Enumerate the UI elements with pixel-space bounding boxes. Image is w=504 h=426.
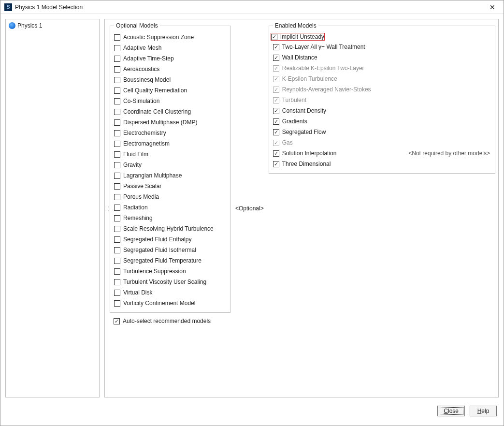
checkbox[interactable] [114, 300, 120, 307]
optional-model-row[interactable]: Adaptive Time-Step [114, 53, 226, 64]
checkbox[interactable] [114, 279, 120, 285]
optional-model-row[interactable]: Gravity [114, 160, 226, 170]
checkbox [273, 65, 279, 72]
auto-select-label: Auto-select recommended models [123, 318, 211, 324]
enabled-model-row[interactable]: Wall Distance [273, 52, 491, 63]
enabled-model-inner: Wall Distance [273, 54, 317, 61]
optional-model-row[interactable]: Scale Resolving Hybrid Turbulence [114, 223, 226, 234]
checkbox[interactable] [114, 247, 120, 253]
checkbox[interactable] [114, 173, 120, 179]
checkbox[interactable] [114, 183, 120, 190]
optional-model-row[interactable]: Dispersed Multiphase (DMP) [114, 117, 226, 128]
optional-model-label: Boussinesq Model [123, 76, 171, 83]
enabled-model-label: Two-Layer All y+ Wall Treatment [282, 44, 365, 50]
checkbox[interactable] [273, 44, 279, 50]
enabled-model-inner: Solution Interpolation [273, 150, 337, 157]
checkbox[interactable] [273, 150, 279, 157]
optional-model-row[interactable]: Boussinesq Model [114, 74, 226, 85]
checkbox[interactable] [114, 226, 120, 232]
checkbox[interactable] [114, 151, 120, 158]
enabled-model-row: Turbulent [273, 95, 491, 105]
splitter-grip[interactable]: ⋮⋮ [105, 19, 109, 397]
checkbox[interactable] [114, 205, 120, 211]
optional-model-row[interactable]: Acoustic Suppression Zone [114, 32, 226, 43]
enabled-model-row[interactable]: Constant Density [273, 105, 491, 116]
optional-model-row[interactable]: Remeshing [114, 213, 226, 223]
checkbox[interactable] [273, 108, 279, 114]
optional-model-label: Turbulent Viscosity User Scaling [123, 279, 206, 285]
optional-model-label: Aeroacoustics [123, 66, 159, 73]
optional-model-row[interactable]: Segregated Fluid Isothermal [114, 245, 226, 255]
checkbox[interactable] [114, 141, 120, 147]
checkbox[interactable] [273, 55, 279, 61]
checkbox[interactable] [273, 161, 279, 167]
checkbox[interactable] [114, 34, 120, 41]
optional-model-row[interactable]: Electrochemistry [114, 128, 226, 138]
optional-model-row[interactable]: Segregated Fluid Temperature [114, 255, 226, 266]
optional-model-label: Scale Resolving Hybrid Turbulence [123, 225, 214, 232]
enabled-model-row[interactable]: Two-Layer All y+ Wall Treatment [273, 42, 491, 52]
checkbox[interactable] [114, 45, 120, 51]
checkbox[interactable] [114, 77, 120, 83]
checkbox[interactable] [114, 268, 120, 275]
enabled-model-inner: Constant Density [273, 107, 326, 114]
optional-model-row[interactable]: Fluid Film [114, 149, 226, 160]
tree-item-physics1[interactable]: Physics 1 [9, 21, 96, 30]
optional-model-row[interactable]: Aeroacoustics [114, 64, 226, 74]
enabled-model-row[interactable]: Three Dimensional [273, 159, 491, 169]
enabled-model-label: Wall Distance [282, 54, 317, 61]
checkbox[interactable] [114, 258, 120, 264]
optional-model-label: Turbulence Suppression [123, 268, 186, 275]
enabled-model-row: Realizable K-Epsilon Two-Layer [273, 63, 491, 73]
optional-model-row[interactable]: Passive Scalar [114, 181, 226, 191]
close-icon[interactable]: ✕ [485, 2, 500, 12]
optional-model-row[interactable]: Porous Media [114, 191, 226, 202]
optional-model-row[interactable]: Segregated Fluid Enthalpy [114, 234, 226, 245]
checkbox[interactable] [271, 34, 277, 40]
enabled-model-row[interactable]: Implicit Unsteady [273, 32, 491, 42]
columns: Optional Models Acoustic Suppression Zon… [109, 19, 498, 397]
optional-model-row[interactable]: Electromagnetism [114, 138, 226, 149]
checkbox[interactable] [114, 109, 120, 115]
optional-model-row[interactable]: Turbulent Viscosity User Scaling [114, 277, 226, 287]
checkbox[interactable] [114, 88, 120, 94]
help-button[interactable]: Help [470, 406, 497, 416]
checkbox[interactable] [114, 56, 120, 62]
checkbox[interactable] [114, 119, 120, 126]
optional-model-label: Vorticity Confinement Model [123, 300, 195, 307]
body-area: Physics 1 ⋮⋮ Optional Models Acoustic Su… [0, 14, 504, 402]
optional-model-row[interactable]: Virtual Disk [114, 287, 226, 298]
checkbox[interactable] [114, 130, 120, 136]
dialog-window: S Physics 1 Model Selection ✕ Physics 1 … [0, 0, 504, 426]
auto-select-checkbox[interactable] [114, 318, 120, 324]
optional-model-row[interactable]: Lagrangian Multiphase [114, 170, 226, 181]
close-button[interactable]: Close [437, 406, 465, 416]
optional-model-row[interactable]: Vorticity Confinement Model [114, 298, 226, 308]
enabled-model-row[interactable]: Gradients [273, 116, 491, 127]
optional-model-label: Gravity [123, 162, 142, 168]
optional-model-row[interactable]: Radiation [114, 202, 226, 213]
checkbox[interactable] [114, 66, 120, 73]
checkbox[interactable] [273, 118, 279, 125]
checkbox[interactable] [273, 129, 279, 135]
optional-model-row[interactable]: Turbulence Suppression [114, 266, 226, 277]
auto-select-row[interactable]: Auto-select recommended models [114, 316, 227, 326]
enabled-model-row[interactable]: Solution Interpolation<Not required by o… [273, 148, 491, 159]
tree-item-label: Physics 1 [17, 22, 42, 29]
optional-model-row[interactable]: Co-Simulation [114, 96, 226, 106]
enabled-models-legend: Enabled Models [273, 22, 318, 29]
optional-model-row[interactable]: Adaptive Mesh [114, 43, 226, 53]
checkbox[interactable] [114, 194, 120, 200]
checkbox[interactable] [114, 290, 120, 296]
checkbox[interactable] [114, 236, 120, 243]
checkbox[interactable] [114, 98, 120, 104]
enabled-model-row[interactable]: Segregated Flow [273, 127, 491, 137]
window-title: Physics 1 Model Selection [15, 4, 485, 11]
enabled-model-label: Solution Interpolation [282, 150, 337, 157]
checkbox[interactable] [114, 162, 120, 168]
checkbox [273, 97, 279, 103]
optional-model-row[interactable]: Cell Quality Remediation [114, 85, 226, 96]
enabled-model-label: Three Dimensional [282, 161, 331, 167]
optional-model-row[interactable]: Coordinate Cell Clustering [114, 106, 226, 117]
checkbox[interactable] [114, 215, 120, 221]
